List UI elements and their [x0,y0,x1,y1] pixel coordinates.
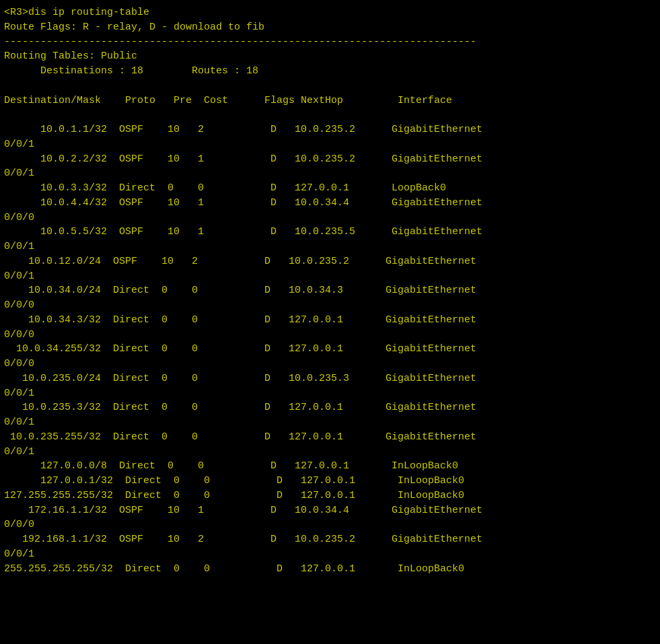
terminal-output: <R3>dis ip routing-table Route Flags: R … [4,5,656,576]
